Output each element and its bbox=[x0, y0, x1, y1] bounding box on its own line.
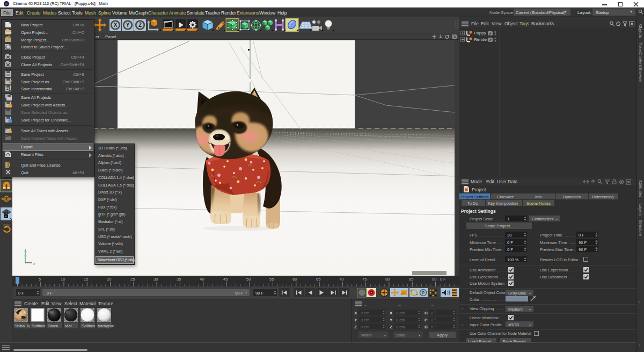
svg-text:30: 30 bbox=[153, 277, 158, 282]
svg-text:P: P bbox=[422, 290, 425, 296]
svg-text:15: 15 bbox=[84, 277, 88, 282]
svg-text:5: 5 bbox=[39, 277, 41, 282]
svg-text:80: 80 bbox=[385, 277, 390, 282]
svg-text:45: 45 bbox=[223, 277, 228, 282]
svg-text:x: x bbox=[33, 262, 35, 265]
svg-text:75: 75 bbox=[362, 277, 367, 282]
svg-text:+1: +1 bbox=[6, 88, 11, 91]
svg-text:Y: Y bbox=[126, 22, 130, 28]
svg-text:X: X bbox=[114, 22, 118, 28]
svg-text:35: 35 bbox=[177, 277, 181, 282]
svg-text:50: 50 bbox=[246, 277, 251, 282]
svg-text:10: 10 bbox=[61, 277, 65, 282]
svg-text:70: 70 bbox=[339, 277, 343, 282]
svg-text:85: 85 bbox=[409, 277, 413, 282]
svg-text:60: 60 bbox=[292, 277, 297, 282]
svg-text:55: 55 bbox=[269, 277, 274, 282]
svg-text:65: 65 bbox=[316, 277, 320, 282]
svg-text:40: 40 bbox=[200, 277, 204, 282]
svg-text:0 F: 0 F bbox=[440, 277, 446, 282]
svg-text:Z: Z bbox=[138, 22, 142, 28]
svg-text:90: 90 bbox=[432, 277, 436, 282]
svg-text:25: 25 bbox=[130, 277, 135, 282]
svg-text:20: 20 bbox=[107, 277, 111, 282]
